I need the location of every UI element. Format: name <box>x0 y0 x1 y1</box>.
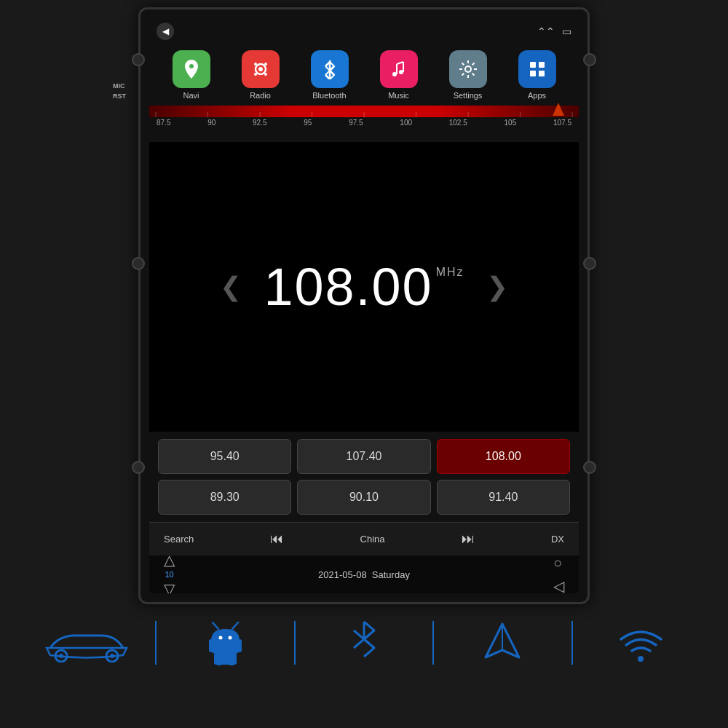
prev-station-button[interactable]: ⏮ <box>270 531 283 547</box>
settings-label: Settings <box>454 91 483 100</box>
svg-line-22 <box>232 622 238 629</box>
car-icon-item <box>22 622 151 662</box>
android-icon-item <box>160 619 290 666</box>
controls-bar: Search ⏮ China ⏭ DX <box>149 522 579 555</box>
svg-rect-26 <box>237 639 242 652</box>
back-button[interactable]: ◀ <box>157 23 174 40</box>
divider-4 <box>571 621 573 665</box>
preset-4[interactable]: 89.30 <box>158 480 291 515</box>
ruler-mark: 92.5 <box>253 119 266 127</box>
bolt-bot-right <box>583 461 596 474</box>
app-item-apps[interactable]: Apps <box>518 50 556 100</box>
app-item-music[interactable]: Music <box>380 50 418 100</box>
back-nav-button[interactable]: ◁ <box>553 577 564 594</box>
preset-1[interactable]: 95.40 <box>158 439 291 474</box>
svg-rect-16 <box>539 71 545 76</box>
ruler-mark: 95 <box>304 119 312 127</box>
screen: ◀ ⌃⌃ ▭ Navi <box>149 18 579 593</box>
app-item-settings[interactable]: Settings <box>449 50 487 100</box>
ruler-mark: 107.5 <box>553 119 571 127</box>
ruler-mark: 90 <box>207 119 215 127</box>
search-button[interactable]: Search <box>164 534 194 545</box>
svg-rect-13 <box>530 62 536 68</box>
music-label: Music <box>388 91 409 100</box>
device-frame: MIC RST ◀ ⌃⌃ ▭ Navi <box>138 7 590 604</box>
window-icon[interactable]: ▭ <box>562 25 571 37</box>
car-svg-icon <box>43 622 130 662</box>
navi-icon <box>173 50 210 88</box>
svg-rect-25 <box>209 639 213 652</box>
nav-down-button[interactable]: ▽ <box>164 580 175 593</box>
divider-1 <box>155 621 157 665</box>
wifi-icon-item <box>577 621 706 665</box>
svg-rect-28 <box>216 662 222 665</box>
wifi-svg-icon <box>617 621 665 665</box>
bt-icon-item <box>299 619 429 666</box>
preset-3[interactable]: 108.00 <box>437 439 570 474</box>
date-display: 2021-05-08 Saturday <box>318 569 410 580</box>
mic-label: MIC <box>113 82 126 90</box>
rst-label: RST <box>113 92 126 100</box>
freq-next-button[interactable]: ❯ <box>479 272 515 302</box>
svg-point-34 <box>638 656 644 662</box>
nav-up-button[interactable]: △ <box>164 551 175 569</box>
bolt-mid-right <box>583 257 596 270</box>
ruler-mark: 97.5 <box>349 119 363 127</box>
ruler-gradient-bar: | | | | | | | | | <box>149 106 579 117</box>
freq-ruler: | | | | | | | | | 87.5 90 92 <box>149 106 579 142</box>
svg-rect-15 <box>530 71 536 76</box>
svg-point-20 <box>110 654 114 658</box>
nav-arrow-icon-item <box>438 621 567 665</box>
volume-indicator: 10 <box>165 570 173 579</box>
app-row: Navi Radio <box>149 44 579 106</box>
home-button[interactable]: ○ <box>553 555 564 571</box>
nav-arrow-svg-icon <box>483 621 523 665</box>
dx-button[interactable]: DX <box>551 534 564 545</box>
freq-value: 108.00 MHz <box>264 257 464 317</box>
freq-display: ❮ 108.00 MHz ❯ <box>149 142 579 432</box>
svg-rect-14 <box>539 62 545 68</box>
preset-2[interactable]: 107.40 <box>297 439 430 474</box>
radio-icon <box>242 50 280 88</box>
navi-label: Navi <box>183 91 199 100</box>
apps-label: Apps <box>528 91 546 100</box>
region-label: China <box>360 534 385 545</box>
bluetooth-label: Bluetooth <box>312 91 346 100</box>
app-item-navi[interactable]: Navi <box>173 50 210 100</box>
freq-prev-button[interactable]: ❮ <box>213 272 249 302</box>
ruler-mark: 100 <box>400 119 412 127</box>
svg-point-1 <box>258 67 263 71</box>
next-station-button[interactable]: ⏭ <box>462 531 475 547</box>
preset-5[interactable]: 90.10 <box>297 480 430 515</box>
svg-line-21 <box>213 622 218 629</box>
svg-point-5 <box>264 73 267 76</box>
bottom-icons-row <box>0 608 728 670</box>
next-station-icon: ⏭ <box>462 531 475 547</box>
bolt-mid-left <box>132 257 145 270</box>
freq-unit: MHz <box>436 266 464 279</box>
ruler-mark: 87.5 <box>157 119 170 127</box>
bluetooth-icon <box>311 50 349 88</box>
dx-label: DX <box>551 534 564 545</box>
bolt-top-right <box>583 53 596 66</box>
freq-needle <box>553 103 564 116</box>
nav-center: 2021-05-08 Saturday <box>318 569 410 580</box>
ruler-mark: 102.5 <box>449 119 467 127</box>
app-item-bluetooth[interactable]: Bluetooth <box>311 50 349 100</box>
app-item-radio[interactable]: Radio <box>242 50 280 100</box>
bolt-bot-left <box>132 461 145 474</box>
music-icon <box>380 50 418 88</box>
svg-point-10 <box>392 72 397 76</box>
expand-icon[interactable]: ⌃⌃ <box>537 25 555 37</box>
bolt-top-left <box>132 53 145 66</box>
svg-point-4 <box>254 73 257 76</box>
prev-station-icon: ⏮ <box>270 531 283 547</box>
preset-6[interactable]: 91.40 <box>437 480 570 515</box>
svg-point-19 <box>59 654 63 658</box>
nav-bar: △ 10 ▽ 2021-05-08 Saturday ○ ◁ <box>149 555 579 593</box>
bt-svg-icon <box>348 619 381 666</box>
side-labels: MIC RST <box>113 82 126 100</box>
android-svg-icon <box>205 619 245 666</box>
svg-point-23 <box>219 636 223 640</box>
svg-point-11 <box>399 70 403 74</box>
